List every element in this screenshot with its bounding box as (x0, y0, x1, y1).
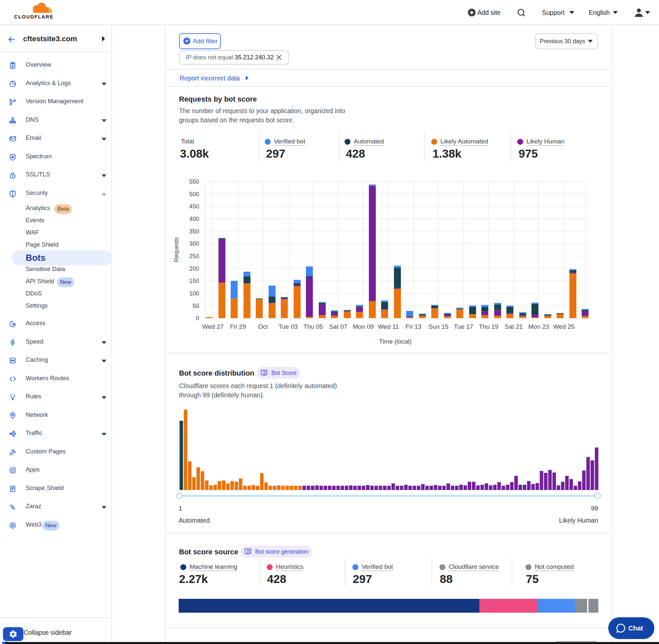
svg-text:Requests: Requests (173, 237, 180, 262)
svg-text:Thu 19: Thu 19 (479, 323, 498, 330)
svg-text:500: 500 (189, 191, 199, 198)
svg-text:150: 150 (189, 278, 199, 284)
svg-text:Fri 13: Fri 13 (405, 323, 422, 330)
svg-text:0: 0 (196, 315, 199, 322)
svg-text:Sat 07: Sat 07 (329, 323, 347, 330)
svg-text:450: 450 (189, 203, 199, 210)
svg-text:Mon 09: Mon 09 (353, 323, 374, 330)
svg-text:Tue 17: Tue 17 (454, 323, 473, 330)
svg-text:200: 200 (189, 266, 199, 272)
svg-text:250: 250 (189, 253, 199, 259)
svg-text:Wed 11: Wed 11 (378, 323, 399, 330)
svg-text:100: 100 (189, 290, 199, 297)
svg-text:50: 50 (192, 303, 199, 309)
svg-text:Fri 29: Fri 29 (230, 323, 246, 330)
svg-text:Oct: Oct (258, 323, 268, 330)
svg-text:Sun 15: Sun 15 (428, 323, 448, 330)
svg-text:300: 300 (189, 240, 199, 247)
svg-text:Sat 21: Sat 21 (505, 323, 523, 330)
svg-text:350: 350 (189, 228, 199, 235)
svg-text:Time (local): Time (local) (379, 338, 412, 345)
svg-text:Mon 23: Mon 23 (528, 323, 549, 330)
svg-text:Thu 05: Thu 05 (303, 323, 323, 330)
svg-text:Wed 27: Wed 27 (202, 323, 223, 330)
svg-text:Tue 03: Tue 03 (279, 323, 298, 330)
svg-text:Wed 25: Wed 25 (553, 323, 574, 330)
svg-text:400: 400 (189, 216, 199, 222)
svg-text:550: 550 (189, 178, 199, 185)
